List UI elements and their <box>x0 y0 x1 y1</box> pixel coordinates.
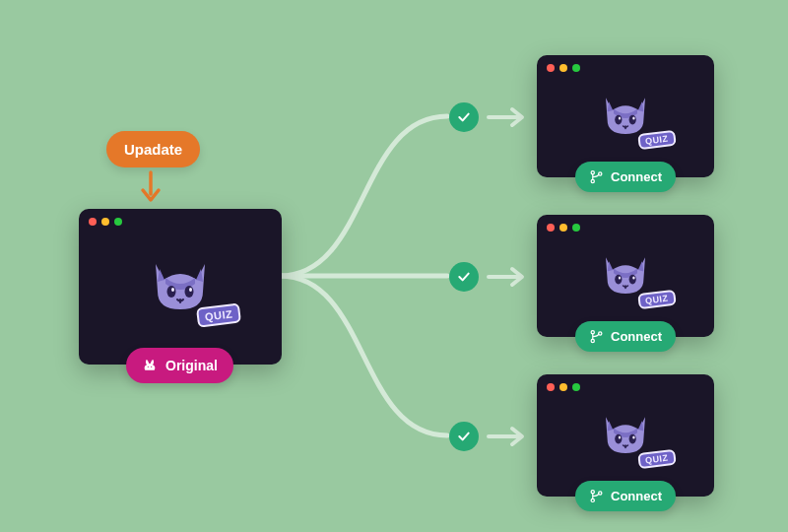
quiz-chip: QUIZ <box>637 130 676 150</box>
svg-point-3 <box>189 288 192 292</box>
quiz-chip: QUIZ <box>637 290 676 309</box>
window-traffic-lights <box>547 224 580 232</box>
svg-point-6 <box>615 115 622 125</box>
minimize-dot-icon <box>559 224 567 232</box>
quiz-label: QUIZ <box>204 307 233 322</box>
target-window: QUIZ <box>537 374 714 497</box>
minimize-dot-icon <box>559 64 567 72</box>
target-window: QUIZ <box>537 215 714 337</box>
svg-point-17 <box>632 435 634 438</box>
branch-connectors <box>280 99 457 443</box>
svg-point-10 <box>615 275 622 285</box>
check-badge <box>449 422 479 451</box>
minimize-dot-icon <box>559 383 567 391</box>
target-window: QUIZ <box>537 55 714 177</box>
quiz-label: QUIZ <box>644 134 669 147</box>
source-window: QUIZ <box>79 209 282 365</box>
arrow-right-icon <box>487 105 528 129</box>
minimize-dot-icon <box>101 218 109 226</box>
arrow-right-icon <box>487 425 528 448</box>
zoom-dot-icon <box>572 224 580 232</box>
original-label: Original <box>165 358 218 373</box>
check-icon <box>456 109 472 125</box>
svg-point-2 <box>171 288 174 292</box>
svg-point-1 <box>185 286 194 298</box>
zoom-dot-icon <box>114 218 122 226</box>
quiz-label: QUIZ <box>644 453 669 466</box>
svg-point-0 <box>167 286 176 298</box>
check-badge <box>449 102 479 132</box>
svg-point-13 <box>632 276 634 279</box>
update-label: Upadate <box>124 141 182 158</box>
svg-point-9 <box>632 116 634 119</box>
svg-point-12 <box>619 276 621 279</box>
quiz-chip: QUIZ <box>196 302 241 327</box>
connect-button[interactable]: Connect <box>575 481 676 511</box>
close-dot-icon <box>547 383 555 391</box>
branch-icon <box>589 329 604 344</box>
branch-icon <box>589 489 604 503</box>
window-traffic-lights <box>89 218 122 226</box>
svg-point-16 <box>619 435 621 438</box>
svg-point-8 <box>619 116 621 119</box>
arrow-right-icon <box>487 265 528 289</box>
check-badge <box>449 262 479 292</box>
close-dot-icon <box>547 224 555 232</box>
connect-label: Connect <box>611 169 662 184</box>
svg-point-14 <box>615 434 622 444</box>
close-dot-icon <box>547 64 555 72</box>
zoom-dot-icon <box>572 64 580 72</box>
window-traffic-lights <box>547 383 580 391</box>
quiz-label: QUIZ <box>644 294 669 306</box>
zoom-dot-icon <box>572 383 580 391</box>
cat-icon: QUIZ <box>598 409 653 462</box>
connect-label: Connect <box>611 489 662 503</box>
original-badge: Original <box>126 348 233 383</box>
arrow-down-icon <box>139 170 163 204</box>
cat-icon: QUIZ <box>598 249 653 302</box>
cat-icon: QUIZ <box>146 254 215 319</box>
check-icon <box>456 429 472 444</box>
cat-icon: QUIZ <box>598 90 653 143</box>
svg-point-5 <box>151 366 152 367</box>
close-dot-icon <box>89 218 97 226</box>
svg-point-11 <box>629 275 636 285</box>
rabbit-icon <box>142 358 158 373</box>
svg-point-15 <box>629 434 636 444</box>
quiz-chip: QUIZ <box>637 449 676 469</box>
connect-label: Connect <box>611 329 662 344</box>
svg-point-7 <box>629 115 636 125</box>
check-icon <box>456 269 472 285</box>
svg-point-4 <box>148 366 149 367</box>
connect-button[interactable]: Connect <box>575 321 676 352</box>
branch-icon <box>589 169 604 184</box>
update-badge: Upadate <box>106 131 200 167</box>
connect-button[interactable]: Connect <box>575 162 676 192</box>
window-traffic-lights <box>547 64 580 72</box>
